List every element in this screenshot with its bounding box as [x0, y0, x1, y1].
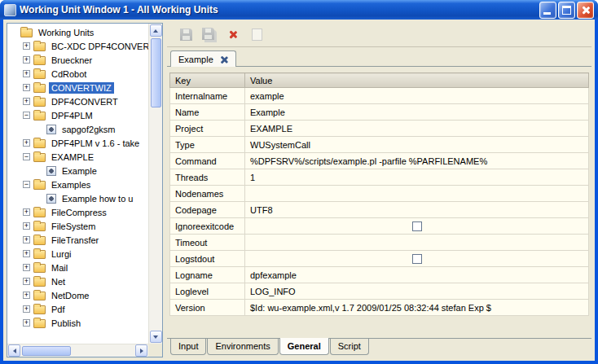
expand-icon[interactable]: + [23, 139, 30, 147]
collapse-icon[interactable]: − [23, 153, 30, 160]
scrollbar-thumb[interactable] [151, 38, 161, 107]
new-button[interactable] [248, 26, 266, 44]
tree-item-cdrobot[interactable]: +CdRobot [7, 67, 148, 81]
key-cell: Logstdout [170, 251, 245, 267]
scroll-left-button[interactable] [8, 344, 20, 357]
close-button[interactable] [577, 2, 594, 19]
tree-item-filesystem[interactable]: +FileSystem [7, 219, 148, 233]
tree-item-dpf4plm-v-1-6-take[interactable]: +DPF4PLM v 1.6 - take [7, 136, 148, 150]
tree-item-example-how-to-u[interactable]: Example how to u [7, 191, 148, 205]
tree-item-working-units[interactable]: Working Units [7, 25, 148, 39]
save-button[interactable] [177, 26, 195, 44]
checkbox-ignoreexitcode[interactable] [412, 221, 422, 231]
new-document-icon [252, 29, 262, 41]
arrow-down-icon [153, 335, 158, 339]
tab-example[interactable]: Example [170, 50, 236, 67]
tree-item-label: CdRobot [49, 68, 89, 80]
save-icon [180, 29, 192, 41]
expand-icon[interactable]: + [23, 278, 30, 285]
expand-icon[interactable]: + [23, 236, 30, 243]
delete-button[interactable] [224, 26, 242, 44]
value-cell[interactable]: example [245, 88, 589, 104]
tree-item-label: Mail [49, 262, 70, 274]
folder-icon [33, 264, 46, 273]
expand-icon[interactable]: + [23, 319, 30, 327]
folder-icon [33, 222, 46, 231]
expand-icon[interactable]: + [23, 305, 30, 313]
folder-icon [33, 153, 46, 162]
value-cell[interactable]: WUSystemCall [245, 137, 589, 153]
key-cell: Ignoreexitcode [170, 218, 245, 235]
minimize-button[interactable] [539, 2, 556, 19]
tab-input[interactable]: Input [170, 339, 206, 355]
tree-item-filecompress[interactable]: +FileCompress [7, 205, 148, 219]
key-cell: Version [170, 300, 245, 316]
tree-item-examples[interactable]: −Examples [7, 178, 148, 191]
tree-item-filetransfer[interactable]: +FileTransfer [7, 233, 148, 247]
checkbox-logstdout[interactable] [412, 254, 422, 264]
expand-icon[interactable]: + [23, 208, 30, 216]
scroll-down-button[interactable] [150, 331, 162, 343]
value-cell[interactable]: LOG_INFO [245, 283, 589, 300]
value-cell[interactable]: EXAMPLE [245, 121, 589, 137]
tree-item-mail[interactable]: +Mail [7, 261, 148, 274]
value-cell[interactable]: dpfexample [245, 267, 589, 283]
tree-item-dpf4convert[interactable]: +DPF4CONVERT [7, 94, 148, 108]
gear-icon [46, 194, 56, 204]
save-all-button[interactable] [200, 26, 218, 44]
scroll-right-button[interactable] [135, 344, 147, 357]
table-header-row: Key Value [170, 73, 589, 88]
expand-icon[interactable]: + [23, 264, 30, 271]
scrollbar-corner [148, 344, 162, 357]
tree-item-sapgof2gksm[interactable]: sapgof2gksm [7, 122, 148, 136]
collapse-icon[interactable]: − [23, 112, 30, 119]
tab-close-icon[interactable] [219, 55, 227, 64]
folder-icon [33, 278, 46, 287]
column-header-key[interactable]: Key [170, 73, 245, 88]
value-cell[interactable] [245, 251, 589, 267]
expand-icon[interactable]: + [23, 292, 30, 299]
tree-item-pdf[interactable]: +Pdf [7, 302, 148, 316]
tree-item-net[interactable]: +Net [7, 274, 148, 288]
scrollbar-thumb-horizontal[interactable] [22, 346, 71, 356]
tree-item-lurgi[interactable]: +Lurgi [7, 247, 148, 261]
column-header-value[interactable]: Value [245, 73, 589, 88]
tree-horizontal-scrollbar[interactable] [7, 344, 148, 357]
save-all-icon [202, 28, 214, 40]
tab-script[interactable]: Script [330, 339, 369, 355]
folder-icon [33, 181, 46, 190]
table-row-threads: Threads1 [170, 169, 589, 186]
expand-icon[interactable]: + [23, 70, 30, 77]
value-cell[interactable]: $Id: wu-example.xml,v 1.7 2009/01/25 08:… [245, 300, 589, 316]
tree-vertical-scrollbar[interactable] [148, 24, 162, 344]
expand-icon[interactable]: + [23, 222, 30, 230]
expand-icon[interactable]: + [23, 250, 30, 257]
tree-item-example[interactable]: −EXAMPLE [7, 150, 148, 164]
tree-item-convertwiz[interactable]: +CONVERTWIZ [7, 81, 148, 94]
value-cell[interactable]: %DPFSRV%/scripts/example.pl -parfile %PA… [245, 153, 589, 169]
tree-item-brueckner[interactable]: +Brueckner [7, 53, 148, 67]
scroll-up-button[interactable] [150, 24, 162, 37]
tree-item-netdome[interactable]: +NetDome [7, 288, 148, 302]
tab-environments[interactable]: Environments [207, 339, 278, 355]
gear-icon [46, 125, 56, 134]
expand-icon[interactable]: + [23, 56, 30, 64]
expand-icon[interactable]: + [23, 42, 30, 50]
tree-item-bc-xdc-dpf4convert[interactable]: +BC-XDC DPF4CONVERT [7, 39, 148, 53]
titlebar[interactable]: Working Unit Window 1 - All Working Unit… [0, 0, 598, 20]
expand-icon[interactable]: + [23, 84, 30, 91]
tree-item-dpf4plm[interactable]: −DPF4PLM [7, 108, 148, 122]
tree-item-publish[interactable]: +Publish [7, 316, 148, 330]
value-cell[interactable] [245, 235, 589, 251]
maximize-button[interactable] [558, 2, 575, 19]
value-cell[interactable]: 1 [245, 169, 589, 186]
tab-general[interactable]: General [279, 338, 329, 355]
expand-icon[interactable]: + [23, 98, 30, 105]
collapse-icon[interactable]: − [23, 181, 30, 188]
tree-item-example[interactable]: Example [7, 164, 148, 178]
value-cell[interactable] [245, 186, 589, 202]
value-cell[interactable]: Example [245, 104, 589, 121]
value-cell[interactable] [245, 218, 589, 235]
tree-item-label: DPF4CONVERT [49, 96, 121, 107]
value-cell[interactable]: UTF8 [245, 202, 589, 218]
